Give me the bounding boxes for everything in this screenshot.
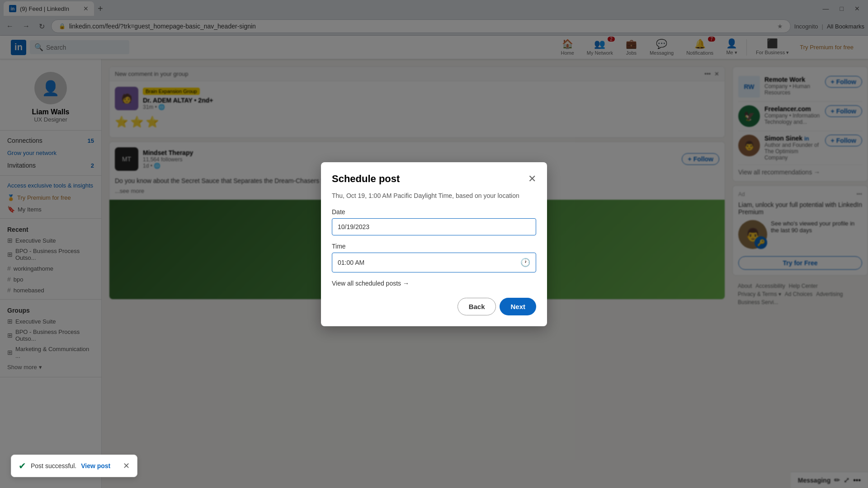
toast-close-button[interactable]: ✕ [123, 461, 130, 471]
date-input-wrapper[interactable] [332, 218, 536, 235]
date-input[interactable] [338, 223, 530, 230]
modal-close-button[interactable]: ✕ [528, 174, 536, 184]
success-icon: ✔ [19, 460, 26, 471]
toast-text: Post successful. [31, 462, 76, 469]
date-form-group: Date [332, 208, 536, 235]
time-input-wrapper[interactable]: 🕐 [332, 253, 536, 272]
date-label: Date [332, 208, 536, 216]
time-form-group: Time 🕐 [332, 243, 536, 272]
modal-title: Schedule post [332, 173, 400, 185]
time-label: Time [332, 243, 536, 250]
schedule-post-modal: Schedule post ✕ Thu, Oct 19, 1:00 AM Pac… [321, 162, 547, 326]
view-scheduled-label: View all scheduled posts → [332, 280, 409, 287]
modal-overlay: Schedule post ✕ Thu, Oct 19, 1:00 AM Pac… [0, 0, 868, 488]
back-button[interactable]: Back [458, 298, 496, 315]
time-input[interactable] [338, 259, 520, 266]
modal-footer: Back Next [332, 298, 536, 315]
next-button[interactable]: Next [500, 298, 536, 315]
modal-subtitle: Thu, Oct 19, 1:00 AM Pacific Daylight Ti… [332, 192, 536, 199]
modal-header: Schedule post ✕ [332, 173, 536, 185]
toast-notification: ✔ Post successful. View post ✕ [11, 455, 137, 477]
view-scheduled-link[interactable]: View all scheduled posts → [332, 280, 536, 287]
clock-icon: 🕐 [520, 258, 530, 267]
view-post-link[interactable]: View post [81, 462, 110, 469]
